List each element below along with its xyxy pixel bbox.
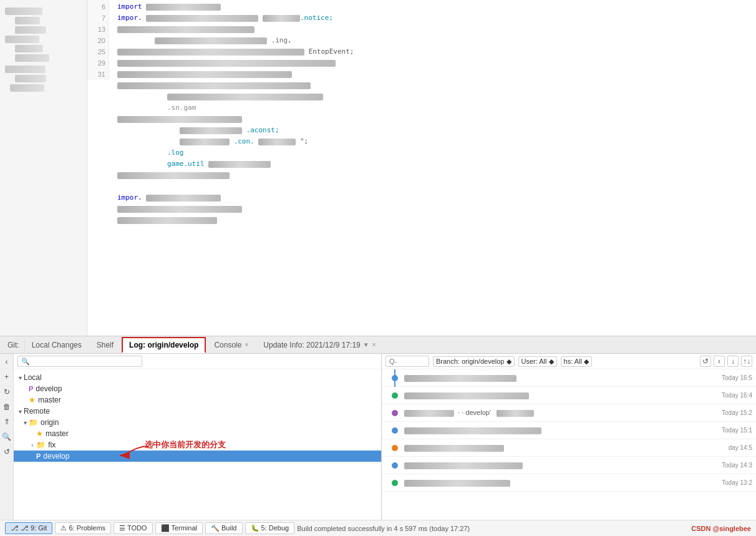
- problems-button[interactable]: ⚠ 6: Problems: [55, 522, 111, 534]
- commit-row[interactable]: Today 13:2: [382, 474, 756, 492]
- trash-icon[interactable]: 🗑: [1, 401, 12, 412]
- commit-msg-blurred: [404, 462, 523, 469]
- code-editor: 6 7 13 20 25 29: [87, 0, 756, 336]
- file-tree-item: [5, 7, 42, 15]
- tab-content: ‹ + ↻ 🗑 ⇑ 🔍 ↺ ▾ Local P develop: [0, 354, 756, 520]
- star-icon-master: ★: [29, 396, 36, 404]
- commit-graph-col: [385, 392, 404, 399]
- build-button[interactable]: 🔨 Build: [205, 522, 243, 534]
- code-line: [117, 181, 751, 192]
- brand-text: CSDN @singlebee: [691, 525, 751, 532]
- tree-master-remote[interactable]: ★ master: [14, 428, 381, 439]
- commit-msg: [404, 461, 702, 469]
- tree-develop-local[interactable]: P develop: [14, 383, 381, 394]
- prev-commit-icon[interactable]: ‹: [714, 356, 725, 367]
- arrow-expand-remote: ▾: [19, 408, 22, 415]
- tree-develop-remote[interactable]: P develop: [14, 451, 381, 462]
- hash-selector[interactable]: hs: All ◆: [561, 356, 592, 367]
- file-tree-item: [15, 17, 40, 24]
- tab-console-close[interactable]: ×: [245, 341, 248, 348]
- git-right-panel: Branch: origin/develop ◆ User: All ◆ hs:…: [382, 354, 756, 520]
- arrow-expand-origin: ▾: [24, 419, 27, 426]
- commit-graph-col: [385, 445, 404, 451]
- code-line: [117, 91, 751, 102]
- debug-button[interactable]: 🐛 5: Debug: [245, 522, 295, 534]
- git-search-input[interactable]: [17, 356, 142, 367]
- branch-selector[interactable]: Branch: origin/develop ◆: [433, 356, 515, 367]
- code-line: impor.: [117, 192, 751, 203]
- code-line: [117, 215, 751, 226]
- commit-time: Today 15:2: [702, 409, 752, 416]
- git-left-panel: ▾ Local P develop ★ master ▾ Remote ▾: [14, 354, 382, 520]
- commit-row[interactable]: Today 14:3: [382, 457, 756, 474]
- code-line: .aconst;: [117, 125, 751, 136]
- commit-time: Today 13:2: [702, 479, 752, 486]
- folder-icon-fix: 📁: [36, 441, 46, 449]
- refresh-log-icon[interactable]: ↺: [700, 356, 711, 367]
- git-right-toolbar: Branch: origin/develop ◆ User: All ◆ hs:…: [382, 354, 756, 369]
- tab-git-label[interactable]: Git:: [2, 338, 25, 352]
- file-tree-item: [5, 66, 46, 73]
- file-tree-item: [15, 54, 49, 62]
- bottom-panel: Git: Local Changes Shelf Log: origin/dev…: [0, 336, 756, 520]
- file-tree-item: [10, 84, 44, 92]
- commit-row[interactable]: day 14:5: [382, 439, 756, 457]
- commit-msg-blurred: [404, 392, 529, 399]
- tab-area: Git: Local Changes Shelf Log: origin/dev…: [2, 337, 384, 353]
- code-line: EntopEvent;: [117, 46, 751, 57]
- nav-forward-icon[interactable]: +: [1, 371, 12, 383]
- search-icon[interactable]: 🔍: [1, 431, 12, 442]
- commit-row[interactable]: · · develop' Today 15:2: [382, 404, 756, 422]
- tab-update-info-close[interactable]: ×: [372, 341, 376, 348]
- file-tree-item: [15, 26, 46, 34]
- arrow-expand-local: ▾: [19, 374, 22, 381]
- commit-msg-blurred: [404, 375, 516, 382]
- commit-node: [392, 427, 398, 434]
- code-line: impor. .notice;: [117, 12, 751, 24]
- expand-log-icon[interactable]: ↑↓: [741, 356, 752, 367]
- update-info-dropdown[interactable]: ▼: [363, 341, 369, 348]
- commit-node: [392, 480, 398, 486]
- commit-node: [392, 392, 398, 399]
- nav-back-icon[interactable]: ‹: [1, 356, 12, 368]
- tab-log[interactable]: Log: origin/develop: [122, 337, 206, 353]
- tab-bar: Git: Local Changes Shelf Log: origin/dev…: [0, 336, 756, 354]
- tree-master-local[interactable]: ★ master: [14, 394, 381, 406]
- commit-node: [392, 462, 398, 469]
- tab-update-info[interactable]: Update Info: 2021/12/9 17:19 ▼ ×: [256, 337, 382, 353]
- fetch-icon[interactable]: ↺: [1, 446, 12, 457]
- git-search-bar: [14, 354, 381, 369]
- commit-time: Today 16:5: [702, 374, 752, 381]
- left-sidebar-icons: ‹ + ↻ 🗑 ⇑ 🔍 ↺: [0, 354, 14, 520]
- tab-shelf[interactable]: Shelf: [90, 337, 120, 353]
- tab-local-changes[interactable]: Local Changes: [25, 337, 89, 353]
- tree-local[interactable]: ▾ Local: [14, 372, 381, 383]
- git-status-button[interactable]: ⎇ ⎇ 9: Git: [5, 522, 52, 534]
- user-selector[interactable]: User: All ◆: [518, 356, 557, 367]
- star-icon-master-remote: ★: [36, 429, 43, 438]
- editor-area: 6 7 13 20 25 29: [0, 0, 756, 336]
- code-line: import: [117, 1, 751, 12]
- commit-msg-blurred: [404, 427, 541, 434]
- code-editor-main: 6 7 13 20 25 29: [87, 0, 756, 336]
- next-commit-icon[interactable]: ↓: [727, 356, 739, 367]
- git-log-search-input[interactable]: [385, 356, 429, 367]
- commit-row[interactable]: Today 16:5: [382, 369, 756, 387]
- terminal-button[interactable]: ⬛ Terminal: [155, 522, 203, 534]
- code-line: .con. ";: [117, 136, 751, 147]
- tree-origin[interactable]: ▾ 📁 origin: [14, 417, 381, 428]
- commit-row[interactable]: Today 15:1: [382, 422, 756, 439]
- commit-msg-blurred: [404, 410, 454, 417]
- tree-fix[interactable]: › 📁 fix: [14, 439, 381, 451]
- commit-msg: · · develop': [404, 409, 702, 417]
- commit-graph-col: [385, 462, 404, 469]
- commit-graph-col: [385, 375, 404, 381]
- todo-button[interactable]: ☰ TODO: [114, 522, 152, 534]
- branch-icon-develop: P: [29, 385, 33, 392]
- tree-remote[interactable]: ▾ Remote: [14, 406, 381, 417]
- push-icon[interactable]: ⇑: [1, 416, 12, 427]
- refresh-icon[interactable]: ↻: [1, 386, 12, 397]
- code-line: .sn.gam: [117, 102, 751, 114]
- commit-row[interactable]: Today 16:4: [382, 387, 756, 404]
- tab-console[interactable]: Console ×: [207, 337, 255, 353]
